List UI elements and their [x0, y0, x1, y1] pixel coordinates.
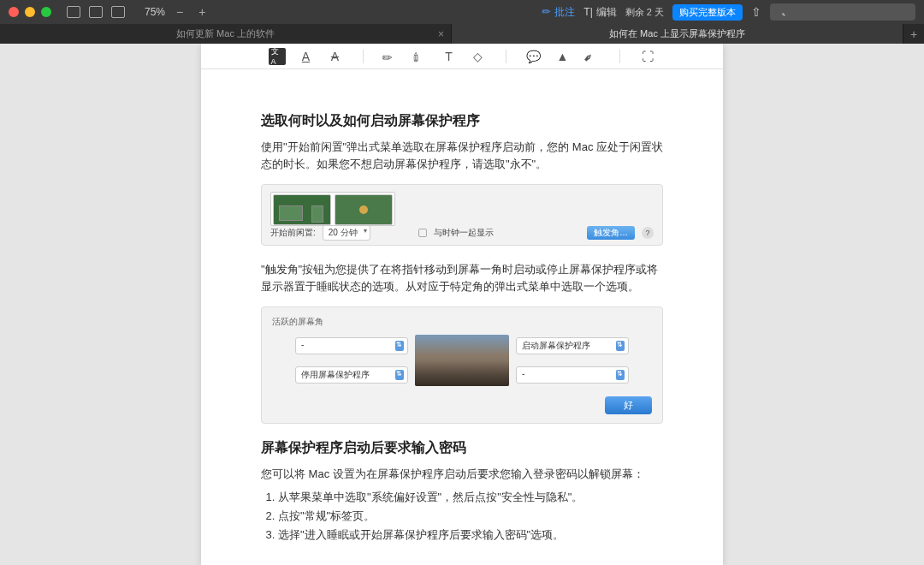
- step-2: 点按"常规"标签页。: [278, 507, 663, 526]
- text-icon: T|: [583, 6, 592, 18]
- traffic-lights: [9, 7, 51, 17]
- section2-heading: 屏幕保护程序启动后要求输入密码: [261, 439, 663, 457]
- search-wrap: [770, 3, 915, 21]
- screensaver-thumb-2[interactable]: [335, 194, 393, 225]
- pencil-tool-icon[interactable]: ✎: [378, 44, 402, 68]
- strike-tool-icon[interactable]: A: [327, 48, 344, 65]
- corner-top-right-select[interactable]: 启动屏幕保护程序: [516, 337, 629, 354]
- section2-steps: 从苹果菜单中选取"系统偏好设置"，然后点按"安全性与隐私"。 点按"常规"标签页…: [278, 488, 663, 544]
- tab-add-button[interactable]: +: [903, 24, 924, 44]
- screensaver-settings-panel: 开始前闲置: 20 分钟 与时钟一起显示 触发角… ?: [261, 184, 663, 246]
- section2-intro: 您可以将 Mac 设置为在屏幕保护程序启动后要求您输入登录密码以解锁屏幕：: [261, 466, 663, 483]
- page-view-icon[interactable]: [111, 6, 125, 18]
- trial-remaining: 剩余 2 天: [625, 6, 664, 19]
- hot-corners-title: 活跃的屏幕角: [272, 316, 652, 328]
- document-page: 文A A A ✎ ✐ T ◇ 💬 ▲ ✒ ⛶ 选取何时以及如何启: [201, 44, 723, 565]
- pen-icon: ✎: [540, 5, 554, 20]
- share-icon[interactable]: ⇧: [751, 5, 761, 19]
- hot-corners-panel: 活跃的屏幕角 - 启动屏幕保护程序 停用屏幕保护程序 - 好: [261, 306, 663, 424]
- edit-button[interactable]: T|编辑: [583, 5, 616, 20]
- view-mode-icons: [67, 6, 125, 18]
- desktop-preview-image: [415, 335, 509, 386]
- tab-label: 如何更新 Mac 上的软件: [176, 27, 275, 40]
- tab-screensaver[interactable]: 如何在 Mac 上显示屏幕保护程序: [452, 24, 903, 44]
- text-tool-icon[interactable]: T: [441, 48, 458, 65]
- step-1: 从苹果菜单中选取"系统偏好设置"，然后点按"安全性与隐私"。: [278, 488, 663, 507]
- corner-bottom-left-select[interactable]: 停用屏幕保护程序: [295, 366, 408, 384]
- annotate-button[interactable]: ✎批注: [542, 5, 575, 20]
- underline-tool-icon[interactable]: A: [298, 48, 315, 65]
- crop-tool-icon[interactable]: ⛶: [639, 48, 656, 65]
- signature-tool-icon[interactable]: ✒: [579, 44, 603, 68]
- show-with-clock-checkbox[interactable]: [418, 229, 427, 237]
- document-content: 选取何时以及如何启动屏幕保护程序 使用"开始前闲置"弹出式菜单选取在屏幕保护程序…: [201, 69, 723, 565]
- workspace: 文A A A ✎ ✐ T ◇ 💬 ▲ ✒ ⛶ 选取何时以及如何启: [0, 44, 924, 565]
- note-tool-icon[interactable]: 💬: [525, 48, 542, 65]
- highlight-tool-icon[interactable]: 文A: [269, 48, 286, 65]
- zoom-level: 75%: [145, 6, 165, 18]
- search-input[interactable]: [770, 3, 915, 21]
- shape-tool-icon[interactable]: ◇: [470, 48, 487, 65]
- sidebar-toggle-icon[interactable]: [67, 6, 80, 18]
- tab-update-software[interactable]: 如何更新 Mac 上的软件×: [0, 24, 452, 44]
- section1-heading: 选取何时以及如何启动屏幕保护程序: [261, 112, 663, 130]
- idle-time-select[interactable]: 20 分钟: [323, 225, 370, 241]
- maximize-window-button[interactable]: [41, 7, 51, 17]
- tab-bar: 如何更新 Mac 上的软件× 如何在 Mac 上显示屏幕保护程序 +: [0, 24, 924, 44]
- section1b-body: "触发角"按钮为您提供了在将指针移动到屏幕一角时启动或停止屏幕保护程序或将显示器…: [261, 261, 663, 294]
- tab-label: 如何在 Mac 上显示屏幕保护程序: [609, 27, 745, 40]
- annotation-toolbar: 文A A A ✎ ✐ T ◇ 💬 ▲ ✒ ⛶: [201, 44, 723, 69]
- close-window-button[interactable]: [9, 7, 19, 17]
- step-3: 选择"进入睡眠或开始屏幕保护程序后要求输入密码"选项。: [278, 526, 663, 544]
- zoom-out-button[interactable]: −: [176, 5, 183, 19]
- corner-bottom-right-select[interactable]: -: [516, 366, 629, 384]
- screensaver-thumb-1[interactable]: [273, 194, 331, 225]
- tab-close-icon[interactable]: ×: [438, 28, 444, 40]
- titlebar: 75% − + ✎批注 T|编辑 剩余 2 天 购买完整版本 ⇧: [0, 0, 924, 24]
- section1-body: 使用"开始前闲置"弹出式菜单选取在屏幕保护程序启动前，您的 Mac 应处于闲置状…: [261, 139, 663, 172]
- minimize-window-button[interactable]: [25, 7, 35, 17]
- zoom-in-button[interactable]: +: [198, 5, 205, 19]
- corner-top-left-select[interactable]: -: [295, 337, 408, 354]
- help-icon[interactable]: ?: [642, 227, 654, 239]
- ok-button[interactable]: 好: [605, 396, 652, 414]
- show-with-clock-label: 与时钟一起显示: [434, 227, 494, 239]
- thumbnail-view-icon[interactable]: [89, 6, 103, 18]
- buy-full-version-button[interactable]: 购买完整版本: [672, 4, 743, 21]
- idle-label: 开始前闲置:: [270, 227, 316, 239]
- eraser-tool-icon[interactable]: ✐: [407, 44, 431, 68]
- hot-corners-button[interactable]: 触发角…: [587, 226, 635, 240]
- stamp-tool-icon[interactable]: ▲: [554, 48, 572, 65]
